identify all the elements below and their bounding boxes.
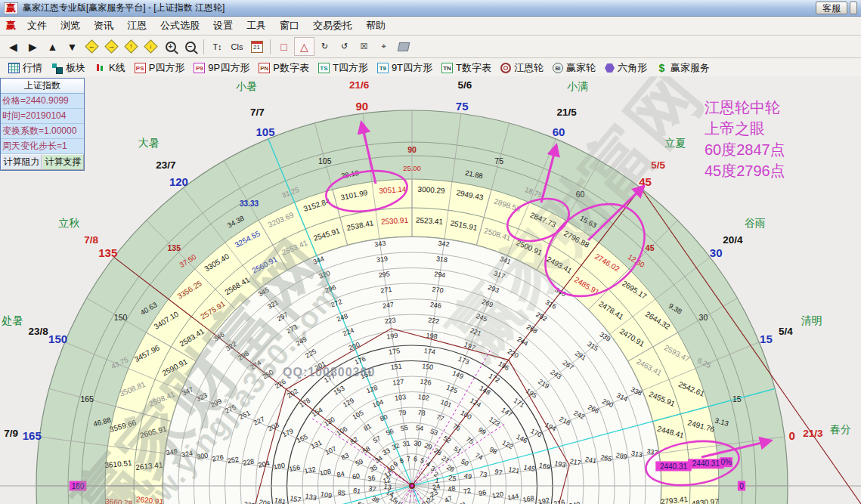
- cls-icon[interactable]: Cls: [228, 38, 246, 55]
- calendar-icon[interactable]: 21: [247, 38, 266, 55]
- svg-text:5/6: 5/6: [457, 79, 472, 91]
- 板块-icon: [51, 63, 63, 73]
- annotation-text: 江恩轮中轮上帝之眼60度2847点45度2796点: [705, 97, 785, 181]
- svg-text:84: 84: [336, 470, 345, 479]
- svg-text:295: 295: [378, 270, 390, 279]
- view-9-button[interactable]: 江恩轮: [497, 61, 547, 75]
- panel-button-1[interactable]: 计算支撑: [42, 154, 84, 170]
- svg-text:小满: 小满: [567, 80, 588, 92]
- svg-text:30: 30: [413, 439, 422, 447]
- panel-field-2[interactable]: 变换系数=1.00000: [1, 124, 84, 139]
- t-scale-icon[interactable]: T↕: [208, 38, 227, 55]
- triangle-tool-icon[interactable]: △: [294, 37, 314, 56]
- clipped-button[interactable]: [850, 2, 857, 14]
- view-4-button[interactable]: P99P四方形: [190, 61, 253, 75]
- view-11-button[interactable]: 六角形: [601, 61, 651, 75]
- menu-item-7[interactable]: 窗口: [273, 18, 306, 32]
- menu-item-8[interactable]: 交易委托: [306, 18, 359, 32]
- view-5-button[interactable]: PNP数字表: [255, 61, 313, 75]
- view-6-button[interactable]: TST四方形: [314, 61, 372, 75]
- svg-text:7/7: 7/7: [250, 107, 265, 118]
- panel-field-1[interactable]: 时间=20190104: [1, 109, 84, 124]
- menu-item-1[interactable]: 浏览: [54, 18, 87, 32]
- toolbar-separator: [203, 39, 204, 54]
- back-icon[interactable]: ◀: [4, 38, 23, 55]
- svg-text:79: 79: [398, 409, 407, 417]
- forward-icon[interactable]: ▶: [23, 38, 42, 55]
- zoom-in-icon[interactable]: +: [161, 38, 180, 55]
- kefu-button[interactable]: 客服: [816, 2, 847, 14]
- svg-text:3000.29: 3000.29: [417, 185, 445, 195]
- view-2-button[interactable]: K线: [91, 61, 129, 75]
- menu-item-6[interactable]: 工具: [240, 18, 273, 32]
- svg-text:135: 135: [168, 243, 181, 252]
- svg-text:25: 25: [448, 474, 457, 483]
- view-10-button[interactable]: Bi赢家轮: [549, 61, 599, 75]
- panel-field-3[interactable]: 周天变化步长=1: [1, 139, 84, 154]
- rect-tool-icon[interactable]: □: [274, 38, 293, 55]
- center-target-icon[interactable]: ⌖: [374, 38, 393, 55]
- menu-item-2[interactable]: 资讯: [87, 18, 120, 32]
- 江恩轮-icon: [500, 63, 511, 73]
- pan-left-icon[interactable]: ←: [82, 38, 101, 55]
- menu-item-5[interactable]: 设置: [206, 18, 240, 32]
- svg-text:105: 105: [256, 125, 274, 138]
- svg-text:222: 222: [428, 316, 440, 325]
- svg-text:97: 97: [494, 468, 503, 477]
- panel-field-0[interactable]: 价格=2440.9099: [1, 94, 84, 109]
- svg-text:25.00: 25.00: [403, 164, 421, 172]
- svg-text:294: 294: [434, 270, 446, 279]
- svg-text:90: 90: [407, 145, 417, 154]
- svg-text:90: 90: [355, 100, 368, 113]
- pan-right-icon[interactable]: →: [102, 38, 121, 55]
- view-3-button[interactable]: PSP四方形: [131, 61, 189, 75]
- view-0-button[interactable]: 行情: [5, 61, 46, 75]
- menu-item-4[interactable]: 公式选股: [153, 18, 206, 32]
- T四方形-icon: TS: [318, 63, 330, 73]
- view-12-button[interactable]: $赢家服务: [652, 61, 714, 75]
- svg-text:21/6: 21/6: [349, 79, 370, 91]
- rotate-ccw-icon[interactable]: ↺: [335, 38, 354, 55]
- svg-text:61: 61: [352, 487, 361, 496]
- pan-up-icon[interactable]: ↑: [122, 38, 141, 55]
- app-logo-icon: 赢: [4, 2, 18, 14]
- svg-text:270: 270: [432, 286, 444, 295]
- zoom-out-icon[interactable]: −: [181, 38, 200, 55]
- panel-button-0[interactable]: 计算阻力: [1, 154, 42, 170]
- svg-text:21/5: 21/5: [557, 107, 578, 118]
- svg-text:大暑: 大暑: [138, 137, 160, 149]
- svg-text:126: 126: [420, 378, 432, 387]
- T数字表-icon: TN: [441, 63, 453, 73]
- view-8-button[interactable]: TNT数字表: [438, 61, 495, 75]
- svg-text:60: 60: [553, 125, 565, 138]
- svg-text:立秋: 立秋: [58, 217, 79, 229]
- view-7-button[interactable]: T99T四方形: [373, 61, 436, 75]
- svg-text:165: 165: [23, 429, 42, 442]
- menu-item-3[interactable]: 江恩: [120, 18, 153, 32]
- up-icon[interactable]: ▲: [43, 38, 62, 55]
- svg-text:199: 199: [386, 332, 398, 341]
- svg-text:7/9: 7/9: [4, 428, 18, 439]
- svg-text:0%: 0%: [721, 458, 732, 466]
- svg-text:151: 151: [390, 362, 402, 371]
- view-1-button[interactable]: 板块: [48, 61, 89, 75]
- svg-text:103: 103: [395, 393, 407, 402]
- close-box-icon[interactable]: ☒: [355, 38, 373, 55]
- svg-text:24: 24: [432, 483, 441, 492]
- down-icon[interactable]: ▼: [63, 38, 82, 55]
- clear-stamp-icon[interactable]: [394, 38, 413, 55]
- svg-text:246: 246: [429, 301, 441, 310]
- menu-item-9[interactable]: 帮助: [359, 18, 392, 32]
- svg-text:36: 36: [367, 474, 376, 483]
- svg-text:33.33: 33.33: [240, 199, 259, 208]
- menu-item-0[interactable]: 文件: [20, 18, 54, 32]
- menu-bar: 赢 文件浏览资讯江恩公式选股设置工具窗口交易委托帮助: [0, 17, 861, 36]
- svg-text:谷雨: 谷雨: [745, 217, 766, 229]
- rotate-cw-icon[interactable]: ↻: [315, 38, 334, 55]
- svg-text:78: 78: [417, 409, 426, 417]
- svg-text:96: 96: [478, 489, 487, 498]
- toolbar-separator: [270, 39, 271, 54]
- pan-down-icon[interactable]: ↓: [141, 38, 160, 55]
- svg-text:30: 30: [699, 313, 708, 322]
- svg-text:135: 135: [98, 246, 117, 259]
